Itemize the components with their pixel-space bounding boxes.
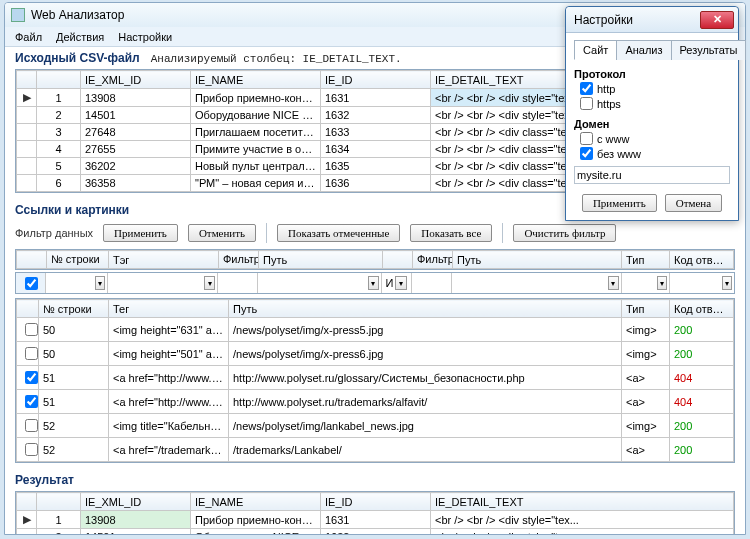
col-code[interactable]: Код ответа (670, 251, 734, 269)
col2-tag[interactable]: Тег (109, 300, 229, 318)
filter-checkbox[interactable] (25, 277, 38, 290)
table-row[interactable]: 52<img title="Кабельная про.../news/poly… (17, 414, 734, 438)
dropdown-icon[interactable]: ▾ (204, 276, 215, 290)
show-marked-button[interactable]: Показать отмеченные (277, 224, 400, 242)
col-tag[interactable]: Тэг (109, 251, 219, 269)
col-rownum[interactable]: № строки (47, 251, 109, 269)
filter-path2[interactable] (454, 276, 608, 290)
rcol-name[interactable]: IE_NAME (191, 493, 321, 511)
dialog-apply-button[interactable]: Применить (582, 194, 657, 212)
separator (266, 223, 267, 243)
table-row[interactable]: 50<img height="501" alt="Ко.../news/poly… (17, 342, 734, 366)
filter-row: ▾ ▾ ▾ И▾ ▾ ▾ ▾ (15, 272, 735, 294)
row-checkbox[interactable] (25, 419, 38, 432)
col-filter-path2[interactable]: Фильтр пути (413, 251, 453, 269)
rcol-detail[interactable]: IE_DETAIL_TEXT (431, 493, 734, 511)
menu-file[interactable]: Файл (15, 31, 42, 43)
table-row[interactable]: 2 14501Оборудование NICE тепер..1632 <br… (17, 529, 734, 536)
col-path[interactable]: Путь (259, 251, 383, 269)
rcol-id[interactable]: IE_ID (321, 493, 431, 511)
show-all-button[interactable]: Показать все (410, 224, 492, 242)
domain-input[interactable] (574, 166, 730, 184)
col-id[interactable]: IE_ID (321, 71, 431, 89)
dropdown-icon[interactable]: ▾ (722, 276, 732, 290)
table-row[interactable]: 50<img height="631" alt="Ко.../news/poly… (17, 318, 734, 342)
dropdown-icon[interactable]: ▾ (657, 276, 667, 290)
separator (502, 223, 503, 243)
clear-filter-button[interactable]: Очистить фильтр (513, 224, 616, 242)
row-checkbox[interactable] (25, 395, 38, 408)
http-checkbox[interactable] (580, 82, 593, 95)
dialog-title: Настройки (574, 13, 633, 27)
col-xml-id[interactable]: IE_XML_ID (81, 71, 191, 89)
col-path2[interactable]: Путь (453, 251, 622, 269)
settings-dialog: Настройки ✕ Сайт Анализ Результаты Прото… (565, 6, 739, 221)
dropdown-icon[interactable]: ▾ (608, 276, 619, 290)
dialog-cancel-button[interactable]: Отмена (665, 194, 722, 212)
result-title: Результат (15, 473, 74, 487)
tab-site[interactable]: Сайт (574, 40, 617, 60)
source-subtitle: Анализируемый столбец: IE_DETAIL_TEXT. (151, 53, 402, 65)
app-icon (11, 8, 25, 22)
filter-type[interactable] (624, 276, 657, 290)
rcol-xml-id[interactable]: IE_XML_ID (81, 493, 191, 511)
table-row[interactable]: ▶ 1 13908Прибор приемно-контрол...1631 <… (17, 511, 734, 529)
menu-actions[interactable]: Действия (56, 31, 104, 43)
dropdown-icon[interactable]: ▾ (95, 276, 105, 290)
dialog-titlebar[interactable]: Настройки ✕ (566, 7, 738, 33)
links-filter-header: № строки Тэг Фильтр пути Путь Фильтр пут… (15, 249, 735, 270)
dialog-close-button[interactable]: ✕ (700, 11, 734, 29)
apply-button[interactable]: Применить (103, 224, 178, 242)
col2-path[interactable]: Путь (229, 300, 622, 318)
result-section: Результат (5, 469, 745, 489)
source-title: Исходный CSV-файл (15, 51, 140, 65)
result-grid[interactable]: IE_XML_ID IE_NAME IE_ID IE_DETAIL_TEXT ▶… (15, 491, 735, 535)
row-checkbox[interactable] (25, 443, 38, 456)
dialog-tabs: Сайт Анализ Результаты (574, 39, 730, 60)
links-grid[interactable]: № строки Тег Путь Тип Код ответа 50<img … (15, 298, 735, 463)
cancel-button[interactable]: Отменить (188, 224, 256, 242)
without-www-checkbox[interactable] (580, 147, 593, 160)
protocol-label: Протокол (574, 68, 730, 80)
menu-settings[interactable]: Настройки (118, 31, 172, 43)
dropdown-icon[interactable]: ▾ (395, 276, 407, 290)
table-row[interactable]: 52<a href="/trademarks/Lank.../trademark… (17, 438, 734, 462)
links-toolbar: Фильтр данных Применить Отменить Показат… (5, 219, 745, 247)
filter-rownum[interactable] (48, 276, 95, 290)
filter-tag[interactable] (110, 276, 204, 290)
col-type[interactable]: Тип (622, 251, 670, 269)
with-www-label: с www (597, 133, 629, 145)
https-label: https (597, 98, 621, 110)
domain-label: Домен (574, 118, 730, 130)
row-checkbox[interactable] (25, 323, 38, 336)
filter-code[interactable] (672, 276, 722, 290)
filter-label: Фильтр данных (15, 227, 93, 239)
col2-type[interactable]: Тип (622, 300, 670, 318)
row-checkbox[interactable] (25, 371, 38, 384)
tab-results[interactable]: Результаты (671, 40, 747, 60)
without-www-label: без www (597, 148, 641, 160)
tab-analysis[interactable]: Анализ (616, 40, 671, 60)
table-row[interactable]: 51<a href="http://www.polyset...http://w… (17, 390, 734, 414)
col-filter-path[interactable]: Фильтр пути (219, 251, 259, 269)
dropdown-icon[interactable]: ▾ (368, 276, 379, 290)
filter-path[interactable] (260, 276, 368, 290)
row-checkbox[interactable] (25, 347, 38, 360)
table-row[interactable]: 51<a href="http://www.polyset...http://w… (17, 366, 734, 390)
col2-code[interactable]: Код ответа (670, 300, 734, 318)
col2-rownum[interactable]: № строки (39, 300, 109, 318)
https-checkbox[interactable] (580, 97, 593, 110)
http-label: http (597, 83, 615, 95)
with-www-checkbox[interactable] (580, 132, 593, 145)
filter-op: И (386, 277, 394, 289)
col-name[interactable]: IE_NAME (191, 71, 321, 89)
window-title: Web Анализатор (31, 8, 124, 22)
links-title: Ссылки и картинки (15, 203, 129, 217)
